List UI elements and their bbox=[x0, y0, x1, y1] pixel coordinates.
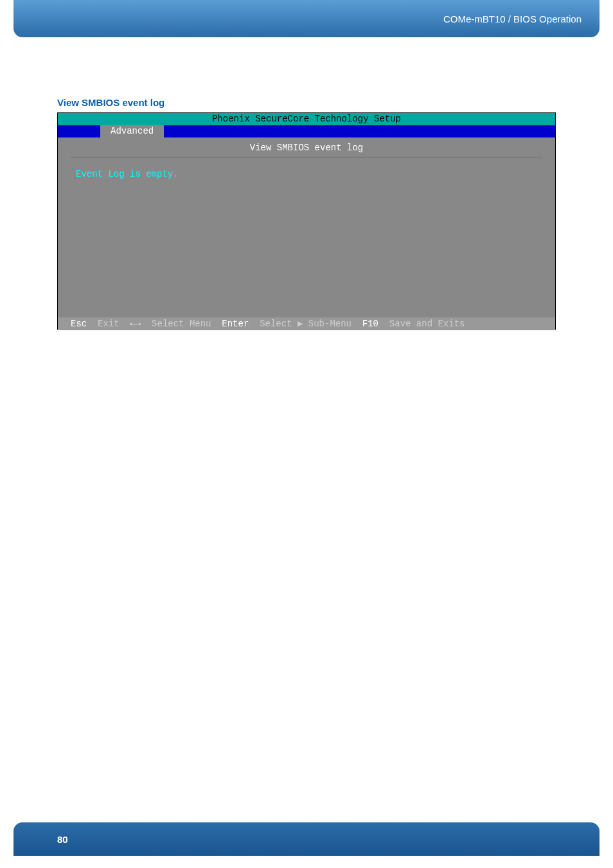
bios-action-save-exit: Save and Exits bbox=[389, 317, 465, 330]
page-footer: 80 bbox=[13, 822, 600, 856]
bios-key-arrows: ←→ bbox=[130, 317, 141, 330]
bios-tab-advanced[interactable]: Advanced bbox=[100, 125, 164, 137]
bios-key-f10: F10 bbox=[362, 317, 378, 330]
bios-event-log-message: Event Log is empty. bbox=[71, 169, 542, 179]
bios-tab-spacer bbox=[58, 125, 100, 137]
header-breadcrumb: COMe-mBT10 / BIOS Operation bbox=[443, 13, 582, 24]
bios-key-enter: Enter bbox=[222, 317, 249, 330]
page-header: COMe-mBT10 / BIOS Operation bbox=[13, 0, 600, 37]
bios-action-submenu: Select ▶ Sub-Menu bbox=[260, 317, 351, 330]
bios-action-select-menu: Select Menu bbox=[152, 317, 211, 330]
bios-key-esc: Esc bbox=[71, 317, 87, 330]
page-number: 80 bbox=[57, 834, 68, 845]
bios-tab-bar: Advanced bbox=[58, 125, 555, 137]
bios-content-title: View SMBIOS event log bbox=[71, 143, 542, 157]
bios-title-bar: Phoenix SecureCore Technology Setup bbox=[58, 113, 555, 125]
bios-action-exit: Exit bbox=[98, 317, 120, 330]
bios-footer-bar: Esc Exit ←→ Select Menu Enter Select ▶ S… bbox=[58, 317, 555, 330]
bios-screenshot: Phoenix SecureCore Technology Setup Adva… bbox=[57, 112, 556, 330]
section-heading: View SMBIOS event log bbox=[57, 97, 164, 108]
bios-content-area: View SMBIOS event log Event Log is empty… bbox=[58, 137, 555, 317]
